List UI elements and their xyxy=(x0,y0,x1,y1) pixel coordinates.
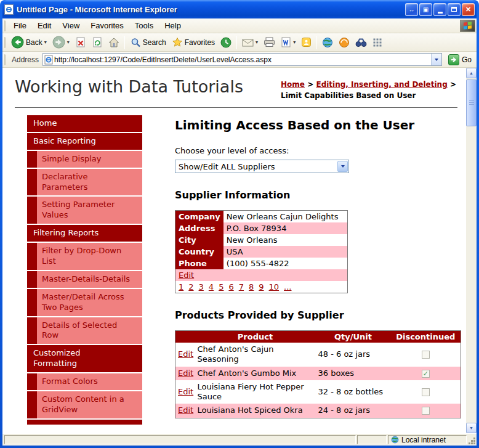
field-label: City xyxy=(175,234,223,246)
breadcrumb-separator: > xyxy=(450,80,456,89)
address-label: Address xyxy=(10,55,40,64)
home-button[interactable] xyxy=(106,36,122,49)
access-level-label: Choose your level of access: xyxy=(175,146,461,155)
refresh-icon xyxy=(92,37,103,48)
menubar: File Edit View Favorites Tools Help xyxy=(2,18,477,33)
close-button[interactable]: ✕ xyxy=(462,3,475,16)
row-edit-link[interactable]: Edit xyxy=(178,405,193,415)
sidebar-indent-strip xyxy=(27,197,37,224)
print-icon xyxy=(264,37,275,47)
browser-window: Untitled Page - Microsoft Internet Explo… xyxy=(0,0,479,448)
addon-tiles-button[interactable] xyxy=(370,36,385,49)
address-dropdown-button[interactable] xyxy=(431,54,441,65)
access-level-select[interactable]: Show/Edit ALL Suppliers xyxy=(175,160,349,173)
supplier-edit-link[interactable]: Edit xyxy=(179,271,194,280)
titlebar-extra-button-2[interactable]: ▣ xyxy=(419,3,432,16)
products-section-heading: Products Provided by Supplier xyxy=(175,309,461,321)
sidebar-item-declarative-parameters[interactable]: Declarative Parameters xyxy=(27,169,142,196)
star-icon xyxy=(172,37,183,48)
addon-globe-button[interactable] xyxy=(320,36,336,49)
stop-button[interactable] xyxy=(73,36,89,49)
pager-page-link[interactable]: 7 xyxy=(239,282,244,291)
sidebar-item-filter-by-dropdown-list[interactable]: Filter by Drop-Down List xyxy=(27,243,142,270)
chevron-down-icon[interactable]: ▾ xyxy=(293,39,296,45)
breadcrumb-home-link[interactable]: Home xyxy=(281,80,305,89)
menu-help[interactable]: Help xyxy=(159,20,187,31)
scrollbar-thumb[interactable] xyxy=(466,79,477,126)
edit-button[interactable]: ▾ xyxy=(278,36,298,49)
pager-page-link[interactable]: 3 xyxy=(199,282,204,291)
minimize-button[interactable] xyxy=(433,3,446,16)
search-label: Search xyxy=(143,38,166,47)
resize-grip[interactable] xyxy=(468,437,476,445)
messenger-button[interactable] xyxy=(299,36,314,49)
sidebar-item-setting-parameter-values[interactable]: Setting Parameter Values xyxy=(27,197,142,224)
row-edit-link[interactable]: Edit xyxy=(178,387,193,396)
row-edit-link[interactable]: Edit xyxy=(178,369,193,378)
sidebar-item-custom-content-gridview[interactable]: Custom Content in a GridView xyxy=(27,391,142,418)
menu-favorites[interactable]: Favorites xyxy=(85,20,129,31)
menu-file[interactable]: File xyxy=(8,20,32,31)
vertical-scrollbar[interactable]: ▲ ▼ xyxy=(466,68,477,433)
table-row: Edit Louisiana Hot Spiced Okra 24 - 8 oz… xyxy=(175,404,461,418)
pager-page-link[interactable]: 5 xyxy=(219,282,223,291)
favorites-button[interactable]: Favorites xyxy=(169,36,217,49)
sidebar-item-details-of-selected-row[interactable]: Details of Selected Row xyxy=(27,317,142,344)
pager-page-link[interactable]: 4 xyxy=(209,282,214,291)
supplier-details-table: Company New Orleans Cajun Delights Addre… xyxy=(175,210,348,293)
sidebar-item-basic-reporting[interactable]: Basic Reporting xyxy=(27,133,142,150)
sidebar-item-customized-formatting[interactable]: Customized Formatting xyxy=(27,345,142,372)
supplier-section-heading: Supplier Information xyxy=(175,189,461,201)
qty-cell: 32 - 8 oz bottles xyxy=(316,380,391,404)
sidebar-item-master-details-details[interactable]: Master-Details-Details xyxy=(27,271,142,288)
window-title: Untitled Page - Microsoft Internet Explo… xyxy=(17,5,402,14)
back-button[interactable]: Back ▾ xyxy=(9,35,49,50)
pager-page-link[interactable]: 1 xyxy=(179,282,183,291)
mail-button[interactable]: ▾ xyxy=(240,36,260,49)
main-content: Limiting Access Based on the User Choose… xyxy=(175,115,461,425)
pager-page-link[interactable]: 9 xyxy=(259,282,264,291)
scroll-down-button[interactable]: ▼ xyxy=(466,423,477,433)
addon-orange-button[interactable] xyxy=(336,36,352,49)
maximize-button[interactable] xyxy=(448,3,461,16)
page-header: Working with Data Tutorials Home > Editi… xyxy=(15,76,457,101)
pager-page-link[interactable]: 8 xyxy=(249,282,254,291)
refresh-button[interactable] xyxy=(89,36,105,49)
menu-tools[interactable]: Tools xyxy=(129,20,159,31)
discontinued-checkbox: ✓ xyxy=(422,351,430,359)
toolbar-grip[interactable] xyxy=(4,37,6,48)
titlebar-extra-button-1[interactable]: ↔ xyxy=(405,3,418,16)
pager-ellipsis-link[interactable]: ... xyxy=(284,282,291,291)
forward-button[interactable]: ▾ xyxy=(50,35,72,50)
chevron-down-icon[interactable]: ▾ xyxy=(67,39,70,45)
sidebar-item-filtering-reports[interactable]: Filtering Reports xyxy=(27,225,142,242)
sidebar-item-format-colors[interactable]: Format Colors xyxy=(27,373,142,390)
address-input[interactable] xyxy=(53,55,431,64)
sidebar-item-master-detail-two-pages[interactable]: Master/Detail Across Two Pages xyxy=(27,289,142,316)
print-button[interactable] xyxy=(261,36,278,49)
sidebar-item-simple-display[interactable]: Simple Display xyxy=(27,151,142,168)
pager-page-link[interactable]: 10 xyxy=(269,282,280,291)
search-button[interactable]: Search xyxy=(127,36,169,49)
sidebar-item-home[interactable]: Home xyxy=(27,115,142,132)
table-row: City New Orleans xyxy=(175,234,348,246)
pager-page-link[interactable]: 6 xyxy=(228,282,233,291)
pager-page-link[interactable]: 2 xyxy=(188,282,193,291)
titlebar-buttons: ↔ ▣ ✕ xyxy=(405,3,475,16)
menu-view[interactable]: View xyxy=(57,20,85,31)
history-button[interactable] xyxy=(218,36,234,49)
menu-edit[interactable]: Edit xyxy=(32,20,57,31)
menubar-grip[interactable] xyxy=(4,20,6,31)
sidebar-item-clipped[interactable] xyxy=(27,420,142,425)
row-edit-link[interactable]: Edit xyxy=(178,349,193,359)
scroll-up-button[interactable]: ▲ xyxy=(466,68,477,78)
select-dropdown-button[interactable] xyxy=(337,161,348,172)
chevron-down-icon[interactable]: ▾ xyxy=(256,39,258,45)
qty-cell: 48 - 6 oz jars xyxy=(316,343,391,367)
addon-research-button[interactable] xyxy=(353,36,369,49)
breadcrumb-section-link[interactable]: Editing, Inserting, and Deleting xyxy=(316,80,447,89)
chevron-down-icon[interactable]: ▾ xyxy=(44,39,47,45)
addressbar-grip[interactable] xyxy=(4,54,6,65)
go-button[interactable]: Go xyxy=(445,54,475,65)
mail-icon xyxy=(242,38,254,47)
